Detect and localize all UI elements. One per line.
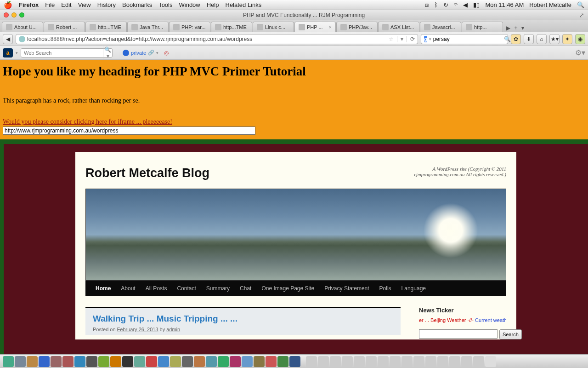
volume-icon[interactable]: ◀ bbox=[463, 1, 468, 8]
menu-tools[interactable]: Tools bbox=[158, 1, 172, 8]
blog-nav-polls[interactable]: Polls bbox=[379, 285, 391, 292]
new-tab-icon[interactable]: ＋ bbox=[513, 24, 519, 32]
dock-folder-icon[interactable] bbox=[390, 356, 401, 367]
tab[interactable]: Robert ... bbox=[44, 22, 85, 32]
dock-folder-icon[interactable] bbox=[437, 356, 448, 367]
dock-app-icon[interactable] bbox=[158, 356, 169, 367]
apple-menu-icon[interactable]: 🍎 bbox=[4, 1, 12, 9]
battery-icon[interactable]: ▮▯ bbox=[473, 1, 480, 8]
post-date[interactable]: February 26, 2013 bbox=[117, 327, 158, 332]
private-dropdown-icon[interactable]: ▾ bbox=[156, 51, 158, 55]
blog-nav-chat[interactable]: Chat bbox=[240, 285, 251, 292]
blog-search-button[interactable]: Search bbox=[499, 329, 522, 339]
reload-icon[interactable]: ⟳ bbox=[410, 36, 415, 42]
close-tab-icon[interactable]: × bbox=[329, 24, 332, 30]
iframe-url-input[interactable] bbox=[3, 126, 255, 135]
amazon-dropdown-icon[interactable]: ▾ bbox=[16, 51, 18, 55]
dock-app-icon[interactable] bbox=[98, 356, 109, 367]
dock-app-icon[interactable] bbox=[3, 356, 14, 367]
dock-folder-icon[interactable] bbox=[306, 356, 317, 367]
dock-folder-icon[interactable] bbox=[461, 356, 472, 367]
dock-app-icon[interactable] bbox=[74, 356, 85, 367]
blog-nav-oneimage[interactable]: One Image Page Site bbox=[261, 285, 314, 292]
dock-app-icon[interactable] bbox=[206, 356, 217, 367]
menu-file[interactable]: File bbox=[45, 1, 55, 8]
dock-folder-icon[interactable] bbox=[378, 356, 389, 367]
tab-list-icon[interactable]: ▾ bbox=[521, 25, 524, 31]
web-search-dropdown-icon[interactable]: 🔍▾ bbox=[103, 46, 112, 59]
dock-folder-icon[interactable] bbox=[473, 356, 484, 367]
tab[interactable]: http... bbox=[462, 22, 503, 32]
bookmark-star-icon[interactable]: ☆ bbox=[389, 36, 394, 42]
bluetooth-icon[interactable]: ᛒ bbox=[434, 1, 438, 8]
dock-app-icon[interactable] bbox=[110, 356, 121, 367]
dock-app-icon[interactable] bbox=[277, 356, 288, 367]
dock-folder-icon[interactable] bbox=[449, 356, 460, 367]
download-icon[interactable]: ⬇ bbox=[524, 34, 534, 44]
blog-nav-about[interactable]: About bbox=[121, 285, 135, 292]
home-icon[interactable]: ⌂ bbox=[537, 34, 547, 44]
blog-nav-contact[interactable]: Contact bbox=[177, 285, 196, 292]
dock-app-icon[interactable] bbox=[86, 356, 97, 367]
blog-nav-summary[interactable]: Summary bbox=[206, 285, 230, 292]
fullscreen-icon[interactable]: ⤢ bbox=[579, 12, 584, 19]
user-menu[interactable]: Robert Metcalfe bbox=[529, 1, 571, 8]
tab[interactable]: http...TME bbox=[211, 22, 252, 32]
url-input[interactable] bbox=[27, 36, 387, 42]
url-bar[interactable]: ☆ ▾ ⟳ bbox=[16, 34, 418, 44]
tab[interactable]: PHP/Jav... bbox=[336, 22, 378, 32]
blog-nav-language[interactable]: Language bbox=[401, 285, 426, 292]
amazon-icon[interactable]: a bbox=[3, 48, 13, 58]
dock-app-icon[interactable] bbox=[266, 356, 277, 367]
blog-nav-home[interactable]: Home bbox=[96, 285, 111, 292]
search-go-icon[interactable]: 🔍 bbox=[504, 36, 511, 42]
timemachine-icon[interactable]: ↻ bbox=[443, 1, 448, 8]
dock-folder-icon[interactable] bbox=[425, 356, 436, 367]
close-window-button[interactable] bbox=[4, 12, 9, 17]
dock-folder-icon[interactable] bbox=[318, 356, 329, 367]
target-icon[interactable]: ◎ bbox=[164, 50, 169, 56]
spotlight-icon[interactable]: 🔍 bbox=[577, 1, 584, 8]
search-bar[interactable]: g ▾ 🔍 bbox=[421, 34, 508, 44]
dock-app-icon[interactable] bbox=[27, 356, 38, 367]
post-title[interactable]: Walking Trip ... Music Tripping ... ... bbox=[93, 314, 393, 324]
search-dropdown-icon[interactable]: ▾ bbox=[429, 37, 431, 41]
tab-active[interactable]: PHP ...× bbox=[294, 22, 336, 32]
dock-folder-icon[interactable] bbox=[354, 356, 365, 367]
private-mode-button[interactable]: private 🔗 ▾ bbox=[123, 50, 158, 56]
tab[interactable]: http...TME bbox=[85, 22, 127, 32]
back-button[interactable]: ◀ bbox=[3, 34, 13, 44]
tab[interactable]: About U... bbox=[2, 22, 43, 32]
dropbox-icon[interactable]: ⧈ bbox=[425, 1, 429, 9]
dock-folder-icon[interactable] bbox=[401, 356, 413, 367]
settings-gear-icon[interactable]: ⚙▾ bbox=[575, 48, 585, 57]
menu-view[interactable]: View bbox=[78, 1, 91, 8]
dock-app-icon[interactable] bbox=[182, 356, 193, 367]
zoom-window-button[interactable] bbox=[19, 12, 24, 17]
dock-app-icon[interactable] bbox=[134, 356, 145, 367]
tab[interactable]: ASX List... bbox=[378, 22, 419, 32]
tab-scroll-right-icon[interactable]: ▶ bbox=[506, 25, 510, 31]
dock-app-icon[interactable] bbox=[122, 356, 133, 367]
dock-app-icon[interactable] bbox=[39, 356, 50, 367]
tab[interactable]: Java Thr... bbox=[127, 22, 169, 32]
dock-app-icon[interactable] bbox=[254, 356, 265, 367]
minimize-window-button[interactable] bbox=[11, 12, 17, 17]
tab[interactable]: Javascri... bbox=[420, 22, 461, 32]
blog-search-input[interactable] bbox=[419, 329, 498, 339]
web-search-box[interactable]: 🔍▾ bbox=[21, 48, 113, 58]
search-input[interactable] bbox=[433, 36, 502, 42]
dock-folder-icon[interactable] bbox=[366, 356, 377, 367]
post-author[interactable]: admin bbox=[166, 327, 180, 332]
menu-bookmarks[interactable]: Bookmarks bbox=[122, 1, 152, 8]
blog-nav-allposts[interactable]: All Posts bbox=[146, 285, 167, 292]
site-identity-icon[interactable] bbox=[19, 36, 25, 42]
dock-app-icon[interactable] bbox=[146, 356, 157, 367]
dock-app-icon[interactable] bbox=[242, 356, 253, 367]
dock-app-icon[interactable] bbox=[230, 356, 241, 367]
toolbar-button-3[interactable]: ◉ bbox=[575, 34, 585, 44]
tab[interactable]: PHP: var... bbox=[169, 22, 210, 32]
menu-edit[interactable]: Edit bbox=[61, 1, 71, 8]
dock-app-icon[interactable] bbox=[51, 356, 62, 367]
dock-folder-icon[interactable] bbox=[330, 356, 341, 367]
